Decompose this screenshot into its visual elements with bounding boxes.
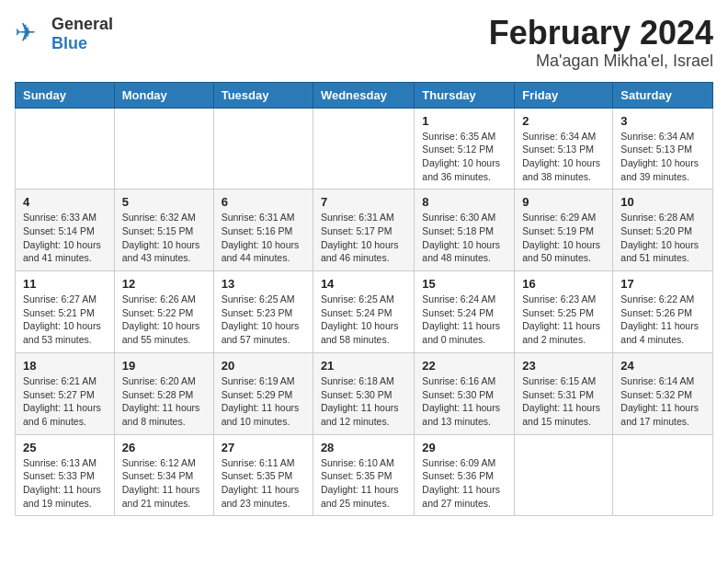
logo-general: General: [51, 15, 113, 33]
calendar-table: SundayMondayTuesdayWednesdayThursdayFrid…: [15, 82, 713, 517]
calendar-cell: 2Sunrise: 6:34 AMSunset: 5:13 PMDaylight…: [515, 108, 613, 190]
title-section: February 2024 Ma'agan Mikha'el, Israel: [489, 15, 713, 71]
day-number: 28: [321, 441, 406, 454]
day-number: 17: [620, 277, 705, 291]
calendar-cell: [213, 108, 313, 190]
column-header-thursday: Thursday: [415, 82, 515, 108]
calendar-cell: 20Sunrise: 6:19 AMSunset: 5:29 PMDayligh…: [213, 352, 313, 434]
day-info: Sunrise: 6:32 AMSunset: 5:15 PMDaylight:…: [122, 211, 206, 265]
day-number: 18: [23, 359, 107, 373]
day-number: 9: [522, 195, 605, 209]
day-number: 6: [222, 195, 305, 209]
calendar-cell: 6Sunrise: 6:31 AMSunset: 5:16 PMDaylight…: [213, 190, 313, 271]
day-number: 5: [122, 195, 206, 209]
calendar-cell: 11Sunrise: 6:27 AMSunset: 5:21 PMDayligh…: [16, 271, 115, 353]
logo: ✈ General Blue: [15, 15, 113, 53]
day-info: Sunrise: 6:16 AMSunset: 5:30 PMDaylight:…: [422, 374, 506, 429]
day-info: Sunrise: 6:22 AMSunset: 5:26 PMDaylight:…: [620, 293, 705, 347]
calendar-cell: 8Sunrise: 6:30 AMSunset: 5:18 PMDaylight…: [415, 190, 515, 271]
calendar-cell: [114, 108, 213, 190]
day-number: 16: [522, 277, 605, 291]
month-title: February 2024: [489, 15, 713, 52]
day-number: 15: [422, 277, 506, 291]
calendar-cell: 3Sunrise: 6:34 AMSunset: 5:13 PMDaylight…: [613, 108, 713, 190]
day-info: Sunrise: 6:09 AMSunset: 5:36 PMDaylight:…: [422, 456, 506, 511]
calendar-week-row: 25Sunrise: 6:13 AMSunset: 5:33 PMDayligh…: [16, 434, 713, 516]
day-info: Sunrise: 6:14 AMSunset: 5:32 PMDaylight:…: [620, 374, 705, 429]
day-number: 11: [23, 277, 107, 291]
day-number: 27: [222, 441, 305, 454]
logo-blue: Blue: [51, 34, 87, 52]
day-number: 19: [122, 359, 206, 373]
calendar-cell: [16, 108, 115, 190]
day-info: Sunrise: 6:25 AMSunset: 5:24 PMDaylight:…: [321, 293, 406, 347]
day-info: Sunrise: 6:20 AMSunset: 5:28 PMDaylight:…: [122, 374, 206, 429]
day-info: Sunrise: 6:34 AMSunset: 5:13 PMDaylight:…: [522, 130, 605, 184]
day-number: 14: [321, 277, 406, 291]
day-info: Sunrise: 6:27 AMSunset: 5:21 PMDaylight:…: [23, 293, 107, 347]
day-number: 24: [620, 359, 705, 373]
calendar-cell: 9Sunrise: 6:29 AMSunset: 5:19 PMDaylight…: [515, 190, 613, 271]
day-info: Sunrise: 6:10 AMSunset: 5:35 PMDaylight:…: [321, 456, 406, 511]
calendar-cell: 29Sunrise: 6:09 AMSunset: 5:36 PMDayligh…: [415, 434, 515, 516]
calendar-cell: 1Sunrise: 6:35 AMSunset: 5:12 PMDaylight…: [415, 108, 515, 190]
svg-text:✈: ✈: [15, 18, 36, 47]
calendar-cell: 19Sunrise: 6:20 AMSunset: 5:28 PMDayligh…: [114, 352, 213, 434]
calendar-cell: [613, 434, 713, 516]
day-info: Sunrise: 6:12 AMSunset: 5:34 PMDaylight:…: [122, 456, 206, 511]
day-number: 12: [122, 277, 206, 291]
calendar-week-row: 4Sunrise: 6:33 AMSunset: 5:14 PMDaylight…: [16, 190, 713, 271]
day-number: 1: [422, 114, 506, 128]
calendar-cell: 4Sunrise: 6:33 AMSunset: 5:14 PMDaylight…: [16, 190, 115, 271]
day-info: Sunrise: 6:18 AMSunset: 5:30 PMDaylight:…: [321, 374, 406, 429]
day-info: Sunrise: 6:21 AMSunset: 5:27 PMDaylight:…: [23, 374, 107, 429]
column-header-saturday: Saturday: [613, 82, 713, 108]
day-number: 20: [222, 359, 305, 373]
calendar-cell: 18Sunrise: 6:21 AMSunset: 5:27 PMDayligh…: [16, 352, 115, 434]
day-info: Sunrise: 6:15 AMSunset: 5:31 PMDaylight:…: [522, 374, 605, 429]
logo-icon: ✈: [15, 16, 48, 52]
day-info: Sunrise: 6:28 AMSunset: 5:20 PMDaylight:…: [620, 211, 705, 265]
calendar-cell: [313, 108, 414, 190]
column-header-monday: Monday: [114, 82, 213, 108]
column-header-sunday: Sunday: [16, 82, 115, 108]
calendar-cell: [515, 434, 613, 516]
location-subtitle: Ma'agan Mikha'el, Israel: [489, 52, 713, 71]
calendar-cell: 14Sunrise: 6:25 AMSunset: 5:24 PMDayligh…: [313, 271, 414, 353]
day-info: Sunrise: 6:34 AMSunset: 5:13 PMDaylight:…: [620, 130, 705, 184]
day-number: 25: [23, 441, 107, 454]
day-info: Sunrise: 6:11 AMSunset: 5:35 PMDaylight:…: [222, 456, 305, 511]
day-number: 4: [23, 195, 107, 209]
calendar-week-row: 18Sunrise: 6:21 AMSunset: 5:27 PMDayligh…: [16, 352, 713, 434]
column-header-tuesday: Tuesday: [213, 82, 313, 108]
day-number: 23: [522, 359, 605, 373]
page-header: ✈ General Blue February 2024 Ma'agan Mik…: [15, 15, 713, 71]
day-number: 10: [620, 195, 705, 209]
calendar-cell: 17Sunrise: 6:22 AMSunset: 5:26 PMDayligh…: [613, 271, 713, 353]
calendar-cell: 5Sunrise: 6:32 AMSunset: 5:15 PMDaylight…: [114, 190, 213, 271]
calendar-cell: 12Sunrise: 6:26 AMSunset: 5:22 PMDayligh…: [114, 271, 213, 353]
day-number: 8: [422, 195, 506, 209]
calendar-cell: 25Sunrise: 6:13 AMSunset: 5:33 PMDayligh…: [16, 434, 115, 516]
calendar-header-row: SundayMondayTuesdayWednesdayThursdayFrid…: [16, 82, 713, 108]
calendar-cell: 22Sunrise: 6:16 AMSunset: 5:30 PMDayligh…: [415, 352, 515, 434]
calendar-week-row: 1Sunrise: 6:35 AMSunset: 5:12 PMDaylight…: [16, 108, 713, 190]
calendar-week-row: 11Sunrise: 6:27 AMSunset: 5:21 PMDayligh…: [16, 271, 713, 353]
day-info: Sunrise: 6:25 AMSunset: 5:23 PMDaylight:…: [222, 293, 305, 347]
day-number: 3: [620, 114, 705, 128]
calendar-cell: 13Sunrise: 6:25 AMSunset: 5:23 PMDayligh…: [213, 271, 313, 353]
day-info: Sunrise: 6:30 AMSunset: 5:18 PMDaylight:…: [422, 211, 506, 265]
day-number: 22: [422, 359, 506, 373]
column-header-friday: Friday: [515, 82, 613, 108]
day-info: Sunrise: 6:26 AMSunset: 5:22 PMDaylight:…: [122, 293, 206, 347]
column-header-wednesday: Wednesday: [313, 82, 414, 108]
day-info: Sunrise: 6:29 AMSunset: 5:19 PMDaylight:…: [522, 211, 605, 265]
calendar-cell: 10Sunrise: 6:28 AMSunset: 5:20 PMDayligh…: [613, 190, 713, 271]
day-info: Sunrise: 6:13 AMSunset: 5:33 PMDaylight:…: [23, 456, 107, 511]
day-info: Sunrise: 6:19 AMSunset: 5:29 PMDaylight:…: [222, 374, 305, 429]
calendar-cell: 16Sunrise: 6:23 AMSunset: 5:25 PMDayligh…: [515, 271, 613, 353]
day-info: Sunrise: 6:33 AMSunset: 5:14 PMDaylight:…: [23, 211, 107, 265]
day-number: 13: [222, 277, 305, 291]
day-number: 21: [321, 359, 406, 373]
calendar-cell: 21Sunrise: 6:18 AMSunset: 5:30 PMDayligh…: [313, 352, 414, 434]
